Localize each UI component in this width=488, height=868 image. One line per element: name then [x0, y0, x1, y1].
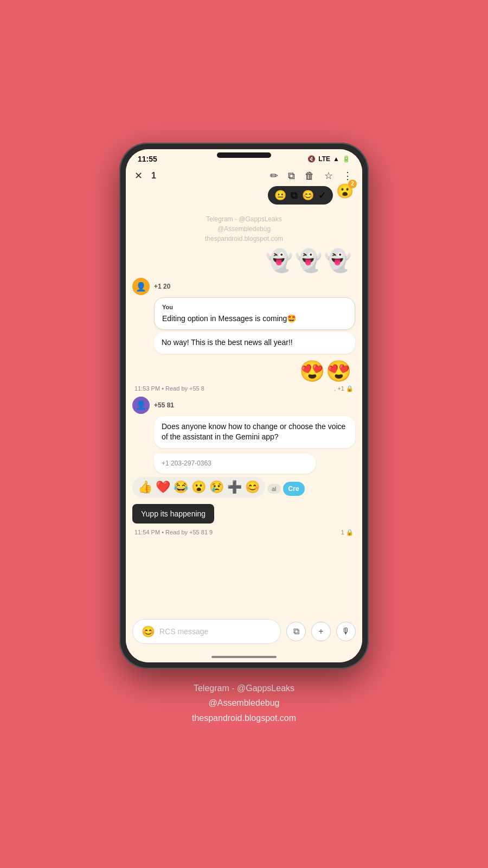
- mute-icon: 🔇: [307, 155, 316, 163]
- bottom-line2: @Assembledebug: [192, 695, 296, 710]
- ghost-emoji-1: 👻: [266, 248, 293, 273]
- lte-label: LTE: [318, 155, 330, 163]
- bubble-text-2: No way! This is the best news all year!!: [162, 337, 348, 348]
- toast-message: Yupp its happening: [132, 504, 214, 524]
- bubble-text-1: Editing option in Messages is coming🤩: [162, 314, 347, 324]
- reaction-emoji-1: 😍: [299, 359, 325, 383]
- reaction-row: 😍 😍: [137, 359, 351, 383]
- ghost-emoji-row: 👻 👻 👻: [132, 248, 356, 273]
- react-cry[interactable]: 😢: [209, 480, 224, 494]
- attach-button[interactable]: ⧉: [286, 622, 306, 641]
- react-heart[interactable]: ❤️: [156, 480, 170, 494]
- message-group-2: 👤 +55 81 Does anyone know how to change …: [132, 397, 356, 448]
- add-button[interactable]: +: [311, 622, 331, 641]
- input-placeholder: RCS message: [159, 627, 208, 636]
- bubble-3: Does anyone know how to change or choose…: [154, 416, 355, 448]
- edit-icon[interactable]: ✏: [269, 169, 279, 183]
- selected-count: 1: [151, 171, 156, 181]
- delete-icon[interactable]: 🗑: [304, 169, 316, 183]
- phone-notch: [217, 152, 271, 158]
- emoji-bar-check[interactable]: ✓: [318, 189, 326, 201]
- react-face[interactable]: 😊: [245, 480, 260, 494]
- bubble-label-you: You: [162, 303, 347, 311]
- home-bar-line: [211, 656, 277, 658]
- emoji-bar-neutral[interactable]: 😐: [274, 189, 286, 201]
- avatar-1: 👤: [132, 278, 150, 295]
- emoji-bar-smile[interactable]: 😊: [302, 189, 314, 201]
- bottom-line3: thespandroid.blogspot.com: [192, 711, 296, 725]
- react-add[interactable]: ➕: [227, 480, 242, 494]
- more-label: al: [267, 484, 281, 494]
- copy-icon[interactable]: ⧉: [287, 169, 296, 183]
- bubble-1: You Editing option in Messages is coming…: [154, 297, 355, 330]
- sender-phone-1: +1 20: [154, 283, 170, 290]
- bottom-line1: Telegram - @GappsLeaks: [192, 681, 296, 695]
- react-thumbsup[interactable]: 👍: [138, 480, 152, 494]
- meta-left-2: 11:54 PM • Read by +55 81 9: [134, 529, 213, 535]
- close-button[interactable]: ✕: [134, 170, 143, 182]
- status-icons: 🔇 LTE ▲ 🔋: [307, 155, 350, 163]
- emoji-action-bar: 😐 ⧉ 😊 ✓: [268, 186, 333, 205]
- ghost-emoji-3: 👻: [324, 248, 351, 273]
- preview-phone: +1 203-297-0363: [162, 459, 308, 468]
- react-laugh[interactable]: 😂: [174, 480, 188, 494]
- home-bar: [126, 652, 362, 662]
- sender-phone-2: +55 81: [154, 401, 174, 409]
- sender-row-2: 👤 +55 81: [132, 397, 356, 414]
- bubble-preview: +1 203-297-0363: [154, 454, 316, 474]
- bubble-2: No way! This is the best news all year!!: [154, 332, 355, 354]
- meta-left-1: 11:53 PM • Read by +55 8: [134, 385, 204, 392]
- react-wow[interactable]: 😮: [191, 480, 206, 494]
- badge: 2: [348, 180, 357, 188]
- phone-screen: 11:55 🔇 LTE ▲ 🔋 ✕ 1 ✏ ⧉ 🗑 ☆ ⋮: [126, 149, 362, 662]
- emoji-bar-copy[interactable]: ⧉: [291, 190, 298, 201]
- reaction-emoji-2: 😍: [326, 359, 351, 383]
- bubble-text-3: Does anyone know how to change or choose…: [162, 422, 348, 443]
- page-wrapper: 11:55 🔇 LTE ▲ 🔋 ✕ 1 ✏ ⧉ 🗑 ☆ ⋮: [0, 0, 488, 868]
- emoji-input-icon[interactable]: 😊: [142, 625, 155, 638]
- phone-shell: 11:55 🔇 LTE ▲ 🔋 ✕ 1 ✏ ⧉ 🗑 ☆ ⋮: [119, 143, 369, 669]
- message-group-1: 👤 +1 20 You Editing option in Messages i…: [132, 278, 356, 354]
- star-icon[interactable]: ☆: [323, 169, 334, 183]
- status-time: 11:55: [138, 155, 157, 163]
- toolbar: ✕ 1 ✏ ⧉ 🗑 ☆ ⋮: [126, 165, 362, 186]
- input-bar: 😊 RCS message ⧉ + 🎙: [126, 615, 362, 652]
- sender-row-1: 👤 +1 20: [132, 278, 356, 295]
- quick-react-strip[interactable]: 👍 ❤️ 😂 😮 😢 ➕ 😊: [132, 477, 265, 497]
- meta-row-2: 11:54 PM • Read by +55 81 9 1 🔒: [132, 529, 356, 536]
- create-button[interactable]: Cre: [283, 482, 305, 496]
- bottom-watermark: Telegram - @GappsLeaks @Assembledebug th…: [192, 681, 296, 725]
- meta-right-2: 1 🔒: [341, 529, 354, 536]
- meta-row-1: 11:53 PM • Read by +55 8 , +1 🔒: [132, 385, 356, 392]
- avatar-2: 👤: [132, 397, 150, 414]
- voice-button[interactable]: 🎙: [336, 622, 356, 641]
- message-input[interactable]: 😊 RCS message: [132, 619, 281, 644]
- battery-icon: 🔋: [342, 155, 350, 163]
- ghost-emoji-2: 👻: [295, 248, 322, 273]
- meta-right-1: , +1 🔒: [334, 385, 354, 392]
- signal-icon: ▲: [333, 155, 339, 163]
- watermark-overlay: Telegram - @GappsLeaks @Assembledebug th…: [132, 214, 356, 244]
- chat-area: Telegram - @GappsLeaks @Assembledebug th…: [126, 210, 362, 615]
